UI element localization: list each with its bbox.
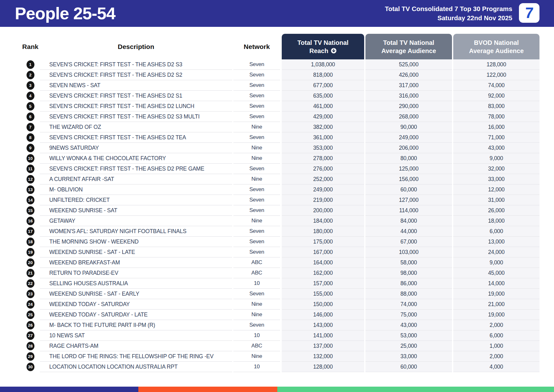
rank-cell: 26 — [21, 320, 40, 330]
rank-badge: 4 — [27, 92, 34, 100]
network-value: ABC — [233, 268, 280, 278]
table-row: 12 A CURRENT AFFAIR -SAT Nine 252,000 15… — [0, 174, 554, 184]
bvod-avg-audience-value: 128,000 — [453, 59, 539, 70]
total-tv-avg-audience-value: 290,000 — [365, 101, 452, 112]
table-row: 6 SEVEN'S CRICKET: FIRST TEST - THE ASHE… — [0, 112, 554, 122]
total-tv-reach-value: 635,000 — [282, 91, 364, 101]
total-tv-reach-value: 143,000 — [282, 320, 364, 330]
total-tv-reach-value: 219,000 — [282, 195, 364, 205]
network-value: Nine — [233, 122, 280, 132]
bvod-avg-audience-value: 12,000 — [453, 184, 539, 195]
program-description: GETAWAY — [40, 216, 232, 226]
table-row: 3 SEVEN NEWS - SAT Seven 677,000 317,000… — [0, 80, 554, 91]
table-row: 19 WEEKEND SUNRISE - SAT - LATE Seven 16… — [0, 247, 554, 257]
seven-logo-glyph: 7 — [524, 5, 534, 21]
network-value: Nine — [233, 351, 280, 362]
rank-badge: 13 — [27, 185, 34, 194]
rank-badge: 17 — [27, 227, 34, 236]
bvod-avg-audience-value: 78,000 — [453, 112, 539, 122]
bvod-avg-audience-value: 31,000 — [453, 195, 539, 205]
rank-badge: 2 — [27, 71, 34, 79]
footer-segment-orange — [138, 387, 277, 392]
total-tv-avg-audience-value: 75,000 — [365, 310, 452, 320]
table-row: 11 SEVEN'S CRICKET: FIRST TEST - THE ASH… — [0, 164, 554, 174]
network-value: Seven — [233, 112, 280, 122]
total-tv-reach-value: 155,000 — [282, 289, 364, 299]
rank-badge: 23 — [27, 290, 34, 298]
rank-badge: 27 — [27, 331, 34, 340]
rank-cell: 14 — [21, 195, 40, 205]
rank-cell: 2 — [21, 70, 40, 80]
rank-badge: 15 — [27, 206, 34, 215]
bvod-avg-audience-value: 9,000 — [453, 153, 539, 164]
total-tv-reach-value: 382,000 — [282, 122, 364, 132]
rank-cell: 11 — [21, 164, 40, 174]
rank-badge: 6 — [27, 112, 34, 121]
program-description: THE LORD OF THE RINGS: THE FELLOWSHIP OF… — [40, 351, 232, 362]
total-tv-avg-audience-value: 60,000 — [365, 184, 452, 195]
rank-cell: 17 — [21, 226, 40, 237]
total-tv-reach-value: 128,000 — [282, 362, 364, 372]
rank-badge: 12 — [27, 175, 34, 184]
bvod-avg-audience-value: 26,000 — [453, 205, 539, 216]
rank-badge: 19 — [27, 248, 34, 256]
total-tv-avg-audience-value: 125,000 — [365, 164, 452, 174]
bvod-header-line1: BVOD National — [474, 39, 519, 47]
program-description: A CURRENT AFFAIR -SAT — [40, 174, 232, 184]
table-row: 1 SEVEN'S CRICKET: FIRST TEST - THE ASHE… — [0, 59, 554, 70]
total-tv-reach-value: 180,000 — [282, 226, 364, 237]
program-description: WILLY WONKA & THE CHOCOLATE FACTORY — [40, 153, 232, 164]
bvod-avg-audience-value: 32,000 — [453, 164, 539, 174]
total-tv-avg-audience-value: 33,000 — [365, 351, 452, 362]
rank-badge: 11 — [27, 165, 34, 173]
table-row: 2 SEVEN'S CRICKET: FIRST TEST - THE ASHE… — [0, 70, 554, 80]
table-row: 18 THE MORNING SHOW - WEEKEND Seven 175,… — [0, 237, 554, 247]
total-tv-reach-value: 157,000 — [282, 278, 364, 289]
total-tv-avg-audience-value: 525,000 — [365, 59, 452, 70]
bvod-avg-audience-value: 2,000 — [453, 320, 539, 330]
program-description: SEVEN'S CRICKET: FIRST TEST - THE ASHES … — [40, 132, 232, 143]
network-value: Seven — [233, 132, 280, 143]
column-header-bvod-avg-audience: BVOD National Average Audience — [453, 34, 539, 59]
table-row: 24 WEEKEND TODAY - SATURDAY Nine 150,000… — [0, 299, 554, 310]
table-row: 13 M- OBLIVION Seven 249,000 60,000 12,0… — [0, 184, 554, 195]
column-header-network: Network — [233, 43, 280, 51]
rank-cell: 10 — [21, 153, 40, 164]
network-value: 10 — [233, 362, 280, 372]
program-description: SEVEN NEWS - SAT — [40, 80, 232, 91]
table-row: 26 M- BACK TO THE FUTURE PART II-PM (R) … — [0, 320, 554, 330]
program-description: LOCATION LOCATION LOCATION AUSTRALIA RPT — [40, 362, 232, 372]
table-row: 8 SEVEN'S CRICKET: FIRST TEST - THE ASHE… — [0, 132, 554, 143]
table-row: 14 UNFILTERED: CRICKET Seven 219,000 127… — [0, 195, 554, 205]
total-tv-reach-value: 1,038,000 — [282, 59, 364, 70]
total-tv-avg-audience-value: 103,000 — [365, 247, 452, 257]
rank-cell: 25 — [21, 310, 40, 320]
rank-cell: 28 — [21, 341, 40, 351]
table-row: 23 WEEKEND SUNRISE - SAT - EARLY Seven 1… — [0, 289, 554, 299]
table-row: 21 RETURN TO PARADISE-EV ABC 162,000 98,… — [0, 268, 554, 278]
footer-segment-blue — [0, 387, 138, 392]
total-tv-reach-value: 818,000 — [282, 70, 364, 80]
rank-badge: 25 — [27, 311, 34, 319]
rank-badge: 22 — [27, 279, 34, 288]
column-header-total-tv-reach[interactable]: Total TV National Reach — [282, 34, 364, 59]
rank-cell: 16 — [21, 216, 40, 226]
total-tv-reach-value: 278,000 — [282, 153, 364, 164]
rank-badge: 28 — [27, 342, 34, 350]
bvod-avg-audience-value: 9,000 — [453, 257, 539, 268]
program-description: SEVEN'S CRICKET: FIRST TEST - THE ASHES … — [40, 59, 232, 70]
network-value: Nine — [233, 174, 280, 184]
table-row: 28 RAGE CHARTS-AM ABC 137,000 25,000 1,0… — [0, 341, 554, 351]
rank-cell: 20 — [21, 257, 40, 268]
total-tv-avg-audience-value: 80,000 — [365, 153, 452, 164]
program-description: M- OBLIVION — [40, 184, 232, 195]
bvod-avg-audience-value: 14,000 — [453, 278, 539, 289]
total-tv-avg-audience-value: 43,000 — [365, 320, 452, 330]
network-value: Nine — [233, 143, 280, 153]
total-tv-avg-audience-value: 90,000 — [365, 122, 452, 132]
rank-cell: 13 — [21, 184, 40, 195]
rank-badge: 8 — [27, 133, 34, 142]
table-header-row: Rank Description Network Total TV Nation… — [0, 34, 554, 59]
table-row: 10 WILLY WONKA & THE CHOCOLATE FACTORY N… — [0, 153, 554, 164]
network-value: 10 — [233, 330, 280, 341]
